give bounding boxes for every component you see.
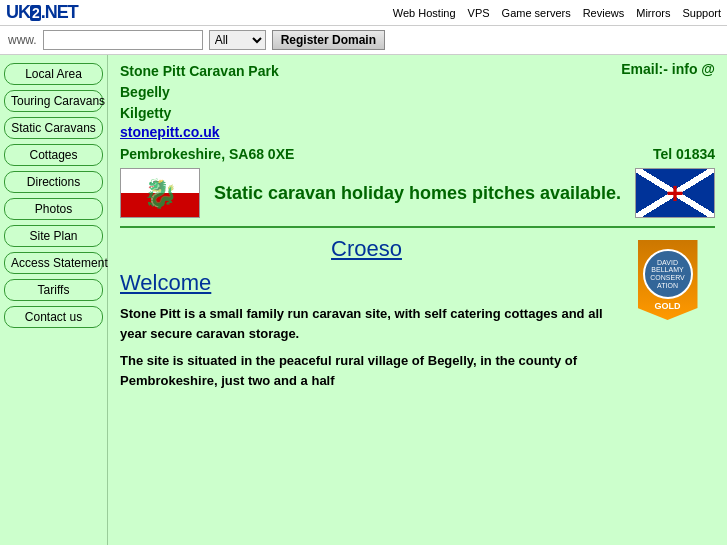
content-area: Stone Pitt Caravan Park Begelly Kilgetty… xyxy=(108,55,727,545)
sidebar-item-cottages[interactable]: Cottages xyxy=(4,144,103,166)
domain-select[interactable]: All .com .co.uk .net .org xyxy=(209,30,266,50)
county-text: Pembrokeshire, SA68 0XE xyxy=(120,146,294,162)
www-label: www. xyxy=(8,33,37,47)
croeso-text: Croeso xyxy=(120,236,613,262)
divider xyxy=(120,226,715,228)
welsh-flag xyxy=(120,168,200,218)
sidebar-item-directions[interactable]: Directions xyxy=(4,171,103,193)
domain-input[interactable] xyxy=(43,30,203,50)
park-name: Stone Pitt Caravan Park xyxy=(120,63,279,79)
mirrors-link[interactable]: Mirrors xyxy=(636,7,670,19)
flags-banner: Static caravan holiday homes pitches ava… xyxy=(120,168,715,218)
sidebar-item-site-plan[interactable]: Site Plan xyxy=(4,225,103,247)
email-block: Email:- info @ xyxy=(621,61,715,77)
top-links: Web Hosting VPS Game servers Reviews Mir… xyxy=(393,7,721,19)
badge-gold-label: GOLD xyxy=(655,301,681,311)
tel-text: Tel 01834 xyxy=(653,146,715,162)
address-left: Stone Pitt Caravan Park Begelly Kilgetty… xyxy=(120,61,279,142)
description-2-text: The site is situated in the peaceful rur… xyxy=(120,353,577,388)
banner-text: Static caravan holiday homes pitches ava… xyxy=(200,183,635,204)
pembroke-line: Pembrokeshire, SA68 0XE Tel 01834 xyxy=(120,146,715,162)
sidebar-item-touring-caravans[interactable]: Touring Caravans xyxy=(4,90,103,112)
badge-ribbon: DAVIDBELLAMYCONSERVATION GOLD xyxy=(638,240,698,320)
logo-net: .NET xyxy=(41,2,78,22)
sidebar-item-tariffs[interactable]: Tariffs xyxy=(4,279,103,301)
top-bar: UK2.NET Web Hosting VPS Game servers Rev… xyxy=(0,0,727,26)
welcome-section: Croeso Welcome Stone Pitt is a small fam… xyxy=(120,236,613,390)
address-block: Stone Pitt Caravan Park Begelly Kilgetty xyxy=(120,61,279,124)
stonepitt-link[interactable]: stonepitt.co.uk xyxy=(120,124,279,140)
town-name: Kilgetty xyxy=(120,105,171,121)
city-name: Begelly xyxy=(120,84,170,100)
webhosting-link[interactable]: Web Hosting xyxy=(393,7,456,19)
uk-flag xyxy=(635,168,715,218)
badge-container: DAVIDBELLAMYCONSERVATION GOLD xyxy=(625,240,710,340)
middle-section: Croeso Welcome Stone Pitt is a small fam… xyxy=(120,236,715,390)
logo-two: 2 xyxy=(30,5,41,21)
domain-bar: www. All .com .co.uk .net .org Register … xyxy=(0,26,727,55)
description-2: The site is situated in the peaceful rur… xyxy=(120,351,613,390)
description-1-text: Stone Pitt is a small family run caravan… xyxy=(120,306,603,341)
logo-uk: UK xyxy=(6,2,30,22)
sidebar-item-local-area[interactable]: Local Area xyxy=(4,63,103,85)
award-badge: DAVIDBELLAMYCONSERVATION GOLD xyxy=(625,240,715,340)
sidebar-item-photos[interactable]: Photos xyxy=(4,198,103,220)
reviews-link[interactable]: Reviews xyxy=(583,7,625,19)
vps-link[interactable]: VPS xyxy=(468,7,490,19)
sidebar-item-static-caravans[interactable]: Static Caravans xyxy=(4,117,103,139)
header-info: Stone Pitt Caravan Park Begelly Kilgetty… xyxy=(120,61,715,142)
support-link[interactable]: Support xyxy=(682,7,721,19)
welcome-text: Welcome xyxy=(120,270,613,296)
main-layout: Local Area Touring Caravans Static Carav… xyxy=(0,55,727,545)
email-label: Email:- info @ xyxy=(621,61,715,77)
description-1: Stone Pitt is a small family run caravan… xyxy=(120,304,613,343)
sidebar-item-contact-us[interactable]: Contact us xyxy=(4,306,103,328)
badge-text: DAVIDBELLAMYCONSERVATION xyxy=(648,257,687,292)
gameservers-link[interactable]: Game servers xyxy=(502,7,571,19)
sidebar: Local Area Touring Caravans Static Carav… xyxy=(0,55,108,545)
logo: UK2.NET xyxy=(6,2,78,23)
badge-circle: DAVIDBELLAMYCONSERVATION xyxy=(643,249,693,299)
register-domain-button[interactable]: Register Domain xyxy=(272,30,385,50)
sidebar-item-access-statement[interactable]: Access Statement xyxy=(4,252,103,274)
